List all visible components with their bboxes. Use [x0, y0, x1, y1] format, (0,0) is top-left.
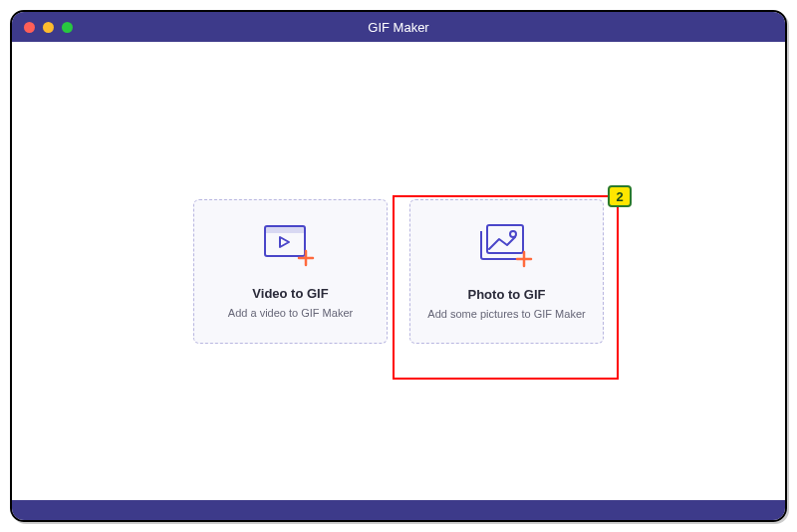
- window-controls: [24, 22, 73, 33]
- video-to-gif-icon: [263, 224, 319, 272]
- photo-to-gif-card[interactable]: Photo to GIF Add some pictures to GIF Ma…: [409, 199, 604, 344]
- video-to-gif-card[interactable]: Video to GIF Add a video to GIF Maker: [193, 199, 388, 344]
- tutorial-step-badge: 2: [608, 185, 632, 207]
- minimize-window-button[interactable]: [43, 22, 54, 33]
- svg-marker-2: [280, 237, 289, 247]
- app-window: GIF Maker Video to GIF Add a video to GI…: [10, 10, 787, 522]
- video-card-title: Video to GIF: [252, 286, 328, 301]
- photo-card-subtitle: Add some pictures to GIF Maker: [427, 308, 585, 320]
- svg-rect-5: [487, 225, 523, 253]
- video-card-subtitle: Add a video to GIF Maker: [228, 307, 353, 319]
- photo-to-gif-icon: [479, 223, 535, 273]
- svg-rect-1: [265, 226, 305, 233]
- bottom-bar: [12, 500, 785, 520]
- titlebar: GIF Maker: [12, 12, 785, 42]
- main-content: Video to GIF Add a video to GIF Maker Ph…: [12, 42, 785, 500]
- close-window-button[interactable]: [24, 22, 35, 33]
- maximize-window-button[interactable]: [62, 22, 73, 33]
- photo-card-title: Photo to GIF: [468, 287, 546, 302]
- window-title: GIF Maker: [368, 20, 428, 35]
